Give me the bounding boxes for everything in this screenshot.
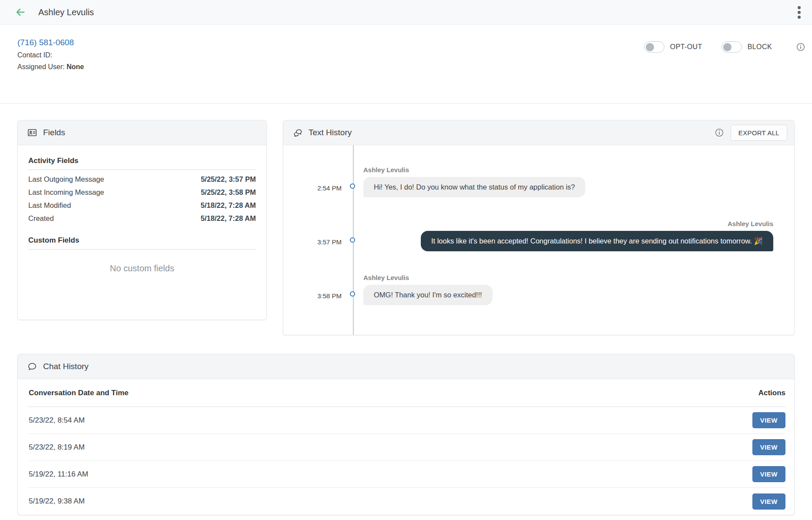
opt-out-toggle[interactable] [644,41,664,53]
field-label: Created [28,214,54,223]
chat-history-card: Chat History Conversation Date and Time … [17,354,795,515]
timeline-dot-icon [350,237,355,243]
export-all-button[interactable]: EXPORT ALL [731,125,787,141]
phone-link[interactable]: (716) 581-0608 [17,38,74,47]
conversation-date: 5/19/22, 9:38 AM [29,497,85,506]
activity-field-list: Last Outgoing Message 5/25/22, 3:57 PM L… [28,170,256,226]
message-time: 3:57 PM [283,238,342,246]
field-row: Created 5/18/22, 7:28 AM [28,212,256,225]
message-bubble: It looks like it's been accepted! Congra… [421,231,773,251]
chat-table-header: Conversation Date and Time Actions [29,379,785,407]
contact-card-icon [27,128,37,137]
field-row: Last Outgoing Message 5/25/22, 3:57 PM [28,173,256,186]
column-date-header: Conversation Date and Time [29,389,128,397]
back-arrow-icon [15,7,26,17]
toggle-knob [723,43,731,51]
view-button[interactable]: VIEW [752,439,785,455]
field-label: Last Modified [28,201,71,210]
chat-history-title: Chat History [43,362,89,371]
field-row: Last Modified 5/18/22, 7:28 AM [28,199,256,212]
conversation-date: 5/23/22, 8:19 AM [29,443,85,452]
text-bubbles-icon [293,128,302,137]
chat-row: 5/23/22, 8:19 AM VIEW [29,434,785,461]
opt-out-label: OPT-OUT [670,43,702,51]
message: 3:57 PM Ashley Levulis It looks like it'… [283,220,794,251]
message-sender: Ashley Levulis [363,220,773,227]
text-history-title: Text History [309,128,352,137]
toggle-knob [646,43,654,51]
view-button[interactable]: VIEW [752,466,785,482]
conversation-date: 5/23/22, 8:54 AM [29,416,85,425]
toggle-controls: OPT-OUT BLOCK [644,41,805,53]
field-label: Last Outgoing Message [28,175,104,183]
contact-detail-page: Ashley Levulis (716) 581-0608 Contact ID… [0,0,812,515]
kebab-menu-icon [798,6,801,9]
text-history-header: Text History EXPORT ALL [283,120,794,145]
text-history-card: Text History EXPORT ALL 2:54 PM Ashley L… [283,120,795,335]
message-sender: Ashley Levulis [363,274,773,281]
opt-out-group: OPT-OUT [644,41,702,53]
contact-summary: (716) 581-0608 Contact ID: Assigned User… [0,25,812,103]
fields-card-body: Activity Fields Last Outgoing Message 5/… [18,145,266,273]
message-bubble: Hi! Yes, I do! Do you know what the stat… [363,177,585,197]
contact-info-icon[interactable] [796,43,805,51]
field-value: 5/25/22, 3:57 PM [201,175,256,183]
chat-row: 5/19/22, 11:16 AM VIEW [29,461,785,488]
chat-row-list: 5/23/22, 8:54 AM VIEW 5/23/22, 8:19 AM V… [29,407,785,515]
timeline-dot-icon [350,183,355,189]
cards-row: Fields Activity Fields Last Outgoing Mes… [17,120,795,335]
text-history-info-icon[interactable] [715,128,724,137]
fields-card-title: Fields [43,128,65,137]
field-value: 5/25/22, 3:58 PM [201,188,256,197]
message: 2:54 PM Ashley Levulis Hi! Yes, I do! Do… [283,166,794,197]
chat-bubble-icon [27,362,37,371]
fields-card: Fields Activity Fields Last Outgoing Mes… [17,120,267,320]
message-time: 3:58 PM [283,292,342,300]
chat-history-table: Conversation Date and Time Actions 5/23/… [18,379,794,515]
message-sender: Ashley Levulis [363,166,773,173]
message: 3:58 PM Ashley Levulis OMG! Thank you! I… [283,274,794,305]
view-button[interactable]: VIEW [752,493,785,510]
text-history-actions: EXPORT ALL [715,125,787,141]
timeline-dot-icon [350,291,355,297]
block-toggle[interactable] [721,41,742,53]
conversation-date: 5/19/22, 11:16 AM [29,470,88,479]
block-group: BLOCK [721,41,772,53]
assigned-user-value: None [67,63,84,70]
assigned-user-row: Assigned User: None [17,63,795,71]
kebab-menu-button[interactable] [795,3,803,21]
assigned-user-label: Assigned User: [17,63,65,70]
chat-history-header: Chat History [18,354,794,379]
activity-fields-heading: Activity Fields [28,157,256,170]
page-title: Ashley Levulis [38,7,94,17]
chat-row: 5/19/22, 9:38 AM VIEW [29,488,785,515]
column-actions-header: Actions [758,389,785,397]
fields-card-header: Fields [18,120,266,145]
top-bar: Ashley Levulis [0,0,812,25]
field-row: Last Incoming Message 5/25/22, 3:58 PM [28,186,256,199]
back-button[interactable] [15,7,26,18]
custom-fields-heading: Custom Fields [28,236,256,250]
block-label: BLOCK [748,43,772,51]
field-value: 5/18/22, 7:28 AM [201,201,256,210]
view-button[interactable]: VIEW [752,412,785,428]
field-value: 5/18/22, 7:28 AM [201,214,256,223]
no-custom-fields-note: No custom fields [28,263,256,273]
message-bubble: OMG! Thank you! I'm so excited!!! [363,285,493,305]
message-timeline: 2:54 PM Ashley Levulis Hi! Yes, I do! Do… [283,145,794,335]
message-time: 2:54 PM [283,184,342,192]
field-label: Last Incoming Message [28,188,104,197]
chat-row: 5/23/22, 8:54 AM VIEW [29,407,785,434]
